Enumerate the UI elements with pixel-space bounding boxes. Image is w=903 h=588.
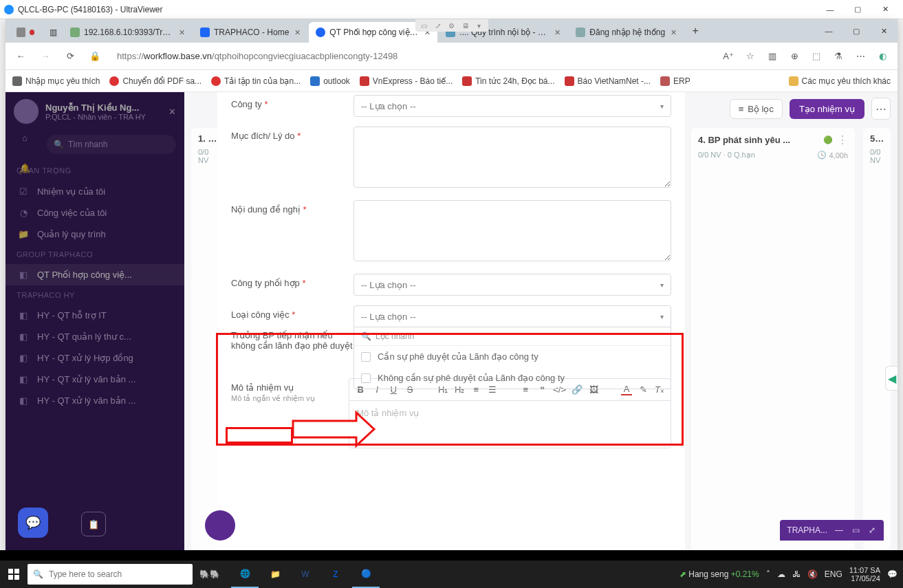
kanban-col-meta: 0/0 NV bbox=[870, 148, 884, 164]
taskbar-app-explorer[interactable]: 📁 bbox=[261, 560, 289, 588]
uv-close-button[interactable]: ✕ bbox=[871, 0, 899, 19]
chat-fab[interactable]: 💬 bbox=[18, 508, 48, 538]
bookmark-item[interactable]: Báo VietNamNet -... bbox=[565, 76, 651, 86]
search-icon: 🔍 bbox=[361, 331, 371, 341]
taskbar-app-word[interactable]: W bbox=[292, 560, 319, 588]
tray-overflow-icon[interactable]: ˄ bbox=[766, 569, 770, 579]
svg-rect-3 bbox=[8, 575, 13, 580]
kanban-col-4[interactable]: 4. BP phát sinh yêu ... 🟢 ⋮ 0/0 NV · 0 Q… bbox=[691, 128, 855, 550]
uv-minimize-button[interactable]: — bbox=[816, 0, 844, 19]
tab-close-icon[interactable]: ✕ bbox=[671, 28, 677, 37]
edge-tab-vertical[interactable]: ▥ bbox=[43, 22, 62, 43]
content-textarea[interactable] bbox=[353, 200, 671, 261]
chevron-down-icon: ▾ bbox=[660, 313, 664, 320]
split-screen-icon[interactable]: ▥ bbox=[763, 47, 782, 66]
recording-dot-icon bbox=[30, 30, 34, 35]
taskbar-search-placeholder: Type here to search bbox=[49, 569, 122, 579]
edge-maximize-button[interactable]: ▢ bbox=[842, 19, 870, 43]
remote-minimize-icon[interactable]: — bbox=[834, 525, 844, 535]
bookmark-label: Chuyển đổi PDF sa... bbox=[122, 76, 202, 86]
taskbar-search[interactable]: 🔍 Type here to search bbox=[28, 564, 193, 585]
bookmark-icon bbox=[12, 76, 22, 86]
bookmark-label: Tải tập tin của bạn... bbox=[224, 76, 301, 86]
col-menu-icon[interactable]: ⋮ bbox=[837, 133, 848, 146]
remote-restore-icon[interactable]: ▭ bbox=[851, 525, 860, 535]
rte-editor[interactable]: Mô tả nhiệm vụ bbox=[349, 400, 671, 448]
extensions-icon[interactable]: ⬚ bbox=[807, 47, 826, 66]
read-aloud-icon[interactable]: A⁺ bbox=[719, 47, 738, 66]
remote-expand-icon[interactable]: ⤢ bbox=[867, 525, 877, 535]
bookmark-item[interactable]: Chuyển đổi PDF sa... bbox=[109, 76, 202, 86]
tray-stock[interactable]: ⬈ Hang seng +0.21% bbox=[679, 569, 759, 579]
tray-clock[interactable]: 11:07 SA 17/05/24 bbox=[849, 566, 880, 582]
tray-lang[interactable]: ENG bbox=[825, 569, 842, 579]
taskbar-news-icon[interactable]: 🐘🐘 bbox=[193, 569, 227, 579]
remote-session-bar[interactable]: TRAPHA... — ▭ ⤢ bbox=[780, 520, 884, 541]
edge-minimize-button[interactable]: — bbox=[815, 19, 842, 43]
edge-close-button[interactable]: ✕ bbox=[870, 19, 897, 43]
dropdown-option-need-approval[interactable]: Cần sự phê duyệt của Lãnh đạo công ty bbox=[354, 346, 671, 367]
uv-mini-toolbar[interactable]: ▭⤢⚙🖥▾ bbox=[415, 19, 488, 32]
bookmark-item[interactable]: Tin tức 24h, Đọc bá... bbox=[462, 76, 554, 86]
edge-tab-4[interactable]: Đăng nhập hệ thống ✕ bbox=[569, 22, 684, 43]
more-button[interactable]: ⋯ bbox=[871, 98, 891, 120]
company-select[interactable]: -- Lựa chọn -- ▾ bbox=[353, 95, 671, 117]
favorite-icon[interactable]: ☆ bbox=[741, 47, 760, 66]
taskbar-app-zalo[interactable]: Z bbox=[322, 560, 349, 588]
field-label-purpose: Mục đích/ Lý do * bbox=[231, 127, 353, 190]
filter-button[interactable]: ≡Bộ lọc bbox=[730, 99, 783, 119]
kanban-col-title: 4. BP phát sinh yêu ... bbox=[698, 135, 819, 145]
tab-close-icon[interactable]: ✕ bbox=[294, 28, 301, 37]
more-icon[interactable]: ⋯ bbox=[851, 47, 870, 66]
tray-cloud-icon[interactable]: ☁ bbox=[777, 569, 785, 579]
nav-refresh-button[interactable]: ⟳ bbox=[61, 47, 80, 66]
clipboard-fab[interactable]: 📋 bbox=[81, 512, 106, 536]
tray-volume-icon[interactable]: 🔇 bbox=[807, 569, 818, 579]
collapse-panel-tab[interactable]: ◀ bbox=[885, 366, 897, 391]
browser-essentials-icon[interactable]: ⚗ bbox=[829, 47, 848, 66]
tab-close-icon[interactable]: ✕ bbox=[179, 28, 185, 37]
work-type-select[interactable]: -- Lựa chọn -- ▾ bbox=[353, 305, 671, 327]
edge-tab-workspace[interactable] bbox=[10, 22, 41, 43]
tab-close-icon[interactable]: ✕ bbox=[554, 28, 561, 37]
partner-company-select[interactable]: -- Lựa chọn -- ▾ bbox=[353, 274, 671, 296]
purpose-textarea[interactable] bbox=[353, 127, 671, 188]
add-fab[interactable] bbox=[205, 510, 235, 541]
checkbox[interactable] bbox=[361, 352, 371, 362]
remote-label: TRAPHA... bbox=[787, 525, 827, 535]
kanban-col-meta: 0/0 NV · 0 Q.hạn bbox=[698, 151, 755, 160]
bookmarks-other[interactable]: Các mục yêu thích khác bbox=[789, 76, 891, 86]
copilot-icon[interactable]: ◐ bbox=[873, 47, 892, 66]
edge-newtab-button[interactable]: + bbox=[685, 19, 706, 43]
address-bar[interactable]: https://workflow.base.vn/qtphoihopcongvi… bbox=[110, 51, 713, 61]
tray-network-icon[interactable]: 🖧 bbox=[792, 569, 801, 579]
bookmark-item[interactable]: ERP bbox=[660, 76, 690, 86]
tab-title: TRAPHACO - Home bbox=[214, 28, 289, 37]
select-placeholder: -- Lựa chọn -- bbox=[361, 280, 416, 290]
site-info-icon[interactable]: 🔒 bbox=[85, 47, 105, 66]
dropdown-search[interactable]: 🔍 Lọc nhanh bbox=[354, 327, 671, 346]
kanban-col-5[interactable]: 5. Tr 0/0 NV bbox=[863, 128, 891, 550]
bookmark-item[interactable]: outlook bbox=[310, 76, 350, 86]
start-button[interactable] bbox=[0, 560, 28, 588]
tab-favicon bbox=[70, 28, 80, 37]
badge-icon: 🟢 bbox=[823, 135, 833, 144]
collections-icon[interactable]: ⊕ bbox=[785, 47, 804, 66]
nav-forward-button: → bbox=[36, 47, 55, 66]
bookmark-item[interactable]: Tải tập tin của bạn... bbox=[211, 76, 301, 86]
taskbar-app-ultraviewer[interactable]: 🔵 bbox=[352, 560, 380, 588]
uv-maximize-button[interactable]: ▢ bbox=[844, 0, 871, 19]
edge-tab-1[interactable]: TRAPHACO - Home ✕ bbox=[193, 22, 307, 43]
taskbar-app-edge[interactable]: 🌐 bbox=[231, 560, 259, 588]
create-task-button[interactable]: Tạo nhiệm vụ bbox=[790, 99, 864, 119]
checkbox[interactable] bbox=[361, 373, 371, 383]
dropdown-option-no-approval[interactable]: Không cần sự phê duyệt của Lãnh đạo công… bbox=[354, 367, 671, 389]
bookmark-item[interactable]: Nhập mục yêu thích bbox=[12, 76, 100, 86]
edge-tab-0[interactable]: 192.168.6.10:9393/TraphacoH ✕ bbox=[63, 22, 192, 43]
nav-back-button[interactable]: ← bbox=[11, 47, 30, 66]
field-sublabel: Mô tả ngắn về nhiệm vụ bbox=[231, 394, 349, 403]
remote-black-strip bbox=[0, 550, 903, 560]
bookmark-item[interactable]: VnExpress - Báo tiế... bbox=[360, 76, 453, 86]
tray-notifications-icon[interactable]: 💬 bbox=[887, 569, 897, 579]
select-placeholder: -- Lựa chọn -- bbox=[361, 101, 416, 111]
